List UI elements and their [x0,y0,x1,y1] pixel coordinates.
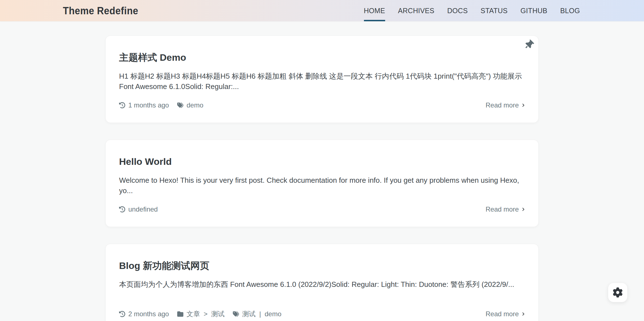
tags-icon [177,102,183,108]
post-category-child[interactable]: 测试 [211,310,224,318]
post-card: Hello World Welcome to Hexo! This is you… [105,140,539,227]
settings-button[interactable] [608,283,628,302]
history-icon [119,311,125,317]
nav-item-docs[interactable]: DOCS [447,0,468,21]
post-card: 主题样式 Demo H1 标题H2 标题H3 标题H4标题H5 标题H6 标题加… [105,36,539,123]
post-meta: undefined Read more [119,205,525,213]
post-date-group: 1 months ago [119,101,169,109]
post-meta: 1 months ago demo Read more [119,101,525,109]
post-title[interactable]: 主题样式 Demo [119,51,186,63]
post-categories-group: 文章 > 测试 [177,310,224,318]
history-icon [119,206,125,212]
post-tag[interactable]: 测试 [242,310,255,318]
post-tags-group: demo [177,101,203,109]
site-title[interactable]: Theme Redefine [63,5,138,17]
blog-home-page: Theme Redefine HOME ARCHIVES DOCS STATUS… [0,0,644,321]
nav-item-home[interactable]: HOME [364,0,385,21]
tag-separator: | [259,310,261,318]
category-separator: > [203,310,207,318]
chevron-right-icon [521,312,525,316]
read-more-link[interactable]: Read more [486,310,525,318]
post-date-group: undefined [119,205,158,213]
post-tags-group: 测试 | demo [233,310,281,318]
post-title[interactable]: Blog 新功能测试网页 [119,260,209,271]
folder-icon [177,311,183,317]
header: Theme Redefine HOME ARCHIVES DOCS STATUS… [0,0,644,21]
post-excerpt: 本页面均为个人为博客增加的东西 Font Awesome 6.1.0 (2022… [119,279,525,300]
nav-item-archives[interactable]: ARCHIVES [398,0,434,21]
post-category-parent[interactable]: 文章 [186,310,200,318]
chevron-right-icon [521,207,525,212]
pushpin-icon [522,38,536,51]
post-date: 2 months ago [128,310,169,318]
tags-icon [233,311,239,317]
history-icon [119,102,125,108]
post-tag[interactable]: demo [265,310,281,318]
read-more-label: Read more [486,101,519,109]
post-meta: 2 months ago 文章 > 测试 测试 | demo [119,310,525,318]
post-title[interactable]: Hello World [119,156,172,167]
nav-item-blog[interactable]: BLOG [560,0,580,21]
read-more-link[interactable]: Read more [486,205,525,213]
post-tag[interactable]: demo [186,101,203,109]
read-more-label: Read more [486,205,519,213]
post-date: 1 months ago [128,101,169,109]
chevron-right-icon [521,103,525,107]
post-date: undefined [128,205,158,213]
post-date-group: 2 months ago [119,310,169,318]
nav-item-status[interactable]: STATUS [480,0,508,21]
post-card: Blog 新功能测试网页 本页面均为个人为博客增加的东西 Font Awesom… [105,244,539,321]
gear-icon [613,287,623,297]
main-nav: HOME ARCHIVES DOCS STATUS GITHUB BLOG [364,0,580,21]
post-excerpt: H1 标题H2 标题H3 标题H4标题H5 标题H6 标题加粗 斜体 删除线 这… [119,71,525,92]
nav-item-github[interactable]: GITHUB [520,0,547,21]
post-list: 主题样式 Demo H1 标题H2 标题H3 标题H4标题H5 标题H6 标题加… [0,21,644,321]
read-more-label: Read more [486,310,519,318]
read-more-link[interactable]: Read more [486,101,525,109]
post-excerpt: Welcome to Hexo! This is your very first… [119,175,525,196]
